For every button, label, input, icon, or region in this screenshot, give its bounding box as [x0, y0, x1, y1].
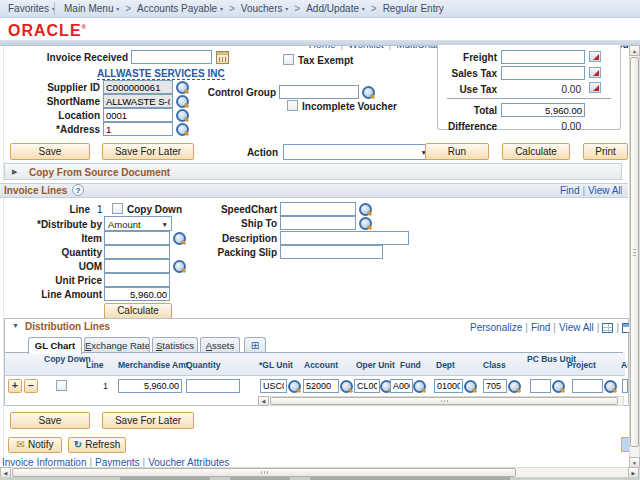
main-menu[interactable]: Main Menu ▾	[64, 3, 119, 14]
row-copy-down-checkbox[interactable]	[56, 380, 67, 391]
calculate-button[interactable]: Calculate	[502, 143, 570, 160]
gl-unit-lookup-icon[interactable]	[288, 380, 301, 393]
speedchart-lookup-icon[interactable]	[359, 203, 372, 216]
supplier-id-input[interactable]	[103, 80, 173, 94]
row-quantity-input[interactable]	[186, 379, 240, 393]
unit-price-input[interactable]	[104, 273, 170, 287]
use-tax-worksheet-icon[interactable]	[589, 82, 601, 93]
sales-tax-worksheet-icon[interactable]	[589, 67, 601, 78]
shortname-input[interactable]	[103, 94, 173, 108]
personalize-link[interactable]: Personalize	[470, 322, 522, 333]
tab-gl-chart[interactable]: GL Chart	[28, 337, 82, 354]
description-input[interactable]	[280, 231, 409, 245]
tab-exchange-rate[interactable]: Exchange Rate	[84, 337, 150, 353]
speedchart-input[interactable]	[280, 202, 356, 216]
calculate-line-button[interactable]: Calculate	[104, 303, 172, 319]
add-row-button[interactable]: +	[8, 379, 22, 393]
crumb-separator: >	[125, 3, 131, 14]
location-lookup-icon[interactable]	[176, 109, 189, 122]
table-hscroll-left-button[interactable]: ◀	[258, 396, 269, 406]
location-input[interactable]	[103, 108, 173, 122]
table-hscroll-thumb[interactable]	[270, 397, 618, 405]
ship-to-input[interactable]	[280, 216, 356, 230]
quantity-input[interactable]	[104, 245, 170, 259]
tab-statistics[interactable]: Statistics	[152, 337, 198, 353]
oracle-logo: ORACLE®	[8, 22, 87, 40]
line-amount-input[interactable]	[104, 287, 170, 301]
help-icon[interactable]: ?	[72, 184, 84, 196]
vscroll-up-button[interactable]: ▲	[629, 45, 640, 56]
col-project: Project	[567, 361, 596, 370]
line-label: Line	[52, 204, 90, 215]
account-input[interactable]	[303, 379, 339, 393]
account-lookup-icon[interactable]	[340, 380, 353, 393]
footer-save-for-later-button[interactable]: Save For Later	[102, 412, 194, 429]
save-for-later-button[interactable]: Save For Later	[102, 143, 194, 160]
tab-assets[interactable]: Assets	[200, 337, 240, 353]
copy-from-source-section[interactable]: ▶ Copy From Source Document	[4, 163, 622, 180]
copy-down-checkbox[interactable]	[112, 203, 123, 214]
col-copy-down: Copy Down	[44, 355, 74, 364]
view-all-link[interactable]: View All	[588, 185, 622, 196]
vscroll-thumb[interactable]	[630, 57, 639, 447]
view-all-link[interactable]: View All	[559, 322, 594, 333]
control-group-input[interactable]	[279, 85, 359, 99]
crumb-vouchers[interactable]: Vouchers ▾	[241, 3, 289, 14]
invoice-received-input[interactable]	[131, 50, 212, 64]
class-lookup-icon[interactable]	[508, 380, 521, 393]
supplier-name-link[interactable]: ALLWASTE SERVICES INC	[97, 68, 225, 80]
total-input[interactable]	[501, 103, 585, 117]
fund-input[interactable]	[390, 379, 413, 393]
ship-to-lookup-icon[interactable]	[359, 217, 372, 230]
project-input[interactable]	[572, 379, 603, 393]
find-link[interactable]: Find	[531, 322, 550, 333]
notify-button[interactable]: ✉Notify	[8, 437, 62, 453]
oper-unit-input[interactable]	[354, 379, 380, 393]
tab-show-all-columns[interactable]: ⊞	[244, 337, 266, 353]
collapse-arrow-icon[interactable]: ▼	[12, 322, 19, 329]
control-group-lookup-icon[interactable]	[362, 86, 375, 99]
hscroll-thumb[interactable]	[12, 468, 516, 477]
supplier-id-label: Supplier ID	[10, 82, 100, 93]
pc-bus-unit-lookup-icon[interactable]	[552, 380, 565, 393]
crumb-add-update[interactable]: Add/Update ▾	[306, 3, 365, 14]
save-button[interactable]: Save	[10, 143, 90, 160]
delete-row-button[interactable]: −	[24, 379, 38, 393]
use-tax-label: Use Tax	[440, 84, 497, 95]
print-button[interactable]: Print	[583, 143, 628, 160]
find-link[interactable]: Find	[560, 185, 579, 196]
item-input[interactable]	[104, 231, 170, 245]
uom-input[interactable]	[104, 259, 170, 273]
tax-exempt-checkbox[interactable]	[283, 54, 294, 65]
refresh-button[interactable]: ↻Refresh	[68, 437, 126, 453]
sales-tax-input[interactable]	[501, 66, 585, 80]
freight-input[interactable]	[501, 50, 585, 64]
dept-lookup-icon[interactable]	[464, 380, 477, 393]
freight-worksheet-icon[interactable]	[589, 51, 601, 62]
incomplete-voucher-checkbox[interactable]	[287, 100, 298, 111]
address-lookup-icon[interactable]	[176, 123, 189, 136]
notify-envelope-icon: ✉	[17, 439, 25, 450]
footer-save-button[interactable]: Save	[10, 412, 90, 429]
calendar-icon[interactable]	[216, 51, 229, 64]
activity-input-partial[interactable]	[622, 379, 628, 393]
class-input[interactable]	[483, 379, 507, 393]
uom-lookup-icon[interactable]	[173, 260, 186, 273]
pc-bus-unit-input[interactable]	[530, 379, 551, 393]
address-input[interactable]	[103, 122, 173, 136]
project-lookup-icon[interactable]	[604, 380, 617, 393]
distribute-by-select[interactable]: Amount ▼	[104, 216, 172, 231]
download-grid-icon[interactable]	[602, 323, 613, 333]
item-lookup-icon[interactable]	[173, 232, 186, 245]
select-arrow-icon: ▼	[162, 221, 168, 228]
dept-input[interactable]	[434, 379, 463, 393]
merchandise-amt-input[interactable]	[118, 379, 182, 393]
fund-lookup-icon[interactable]	[413, 380, 426, 393]
gl-unit-input[interactable]	[260, 379, 287, 393]
run-button[interactable]: Run	[425, 143, 489, 160]
favorites-menu[interactable]: Favorites ▾	[8, 3, 55, 14]
action-select[interactable]: ▼	[283, 144, 431, 160]
crumb-accounts-payable[interactable]: Accounts Payable ▾	[137, 3, 223, 14]
expand-arrow-icon[interactable]: ▶	[12, 168, 17, 176]
packing-slip-input[interactable]	[280, 245, 383, 259]
